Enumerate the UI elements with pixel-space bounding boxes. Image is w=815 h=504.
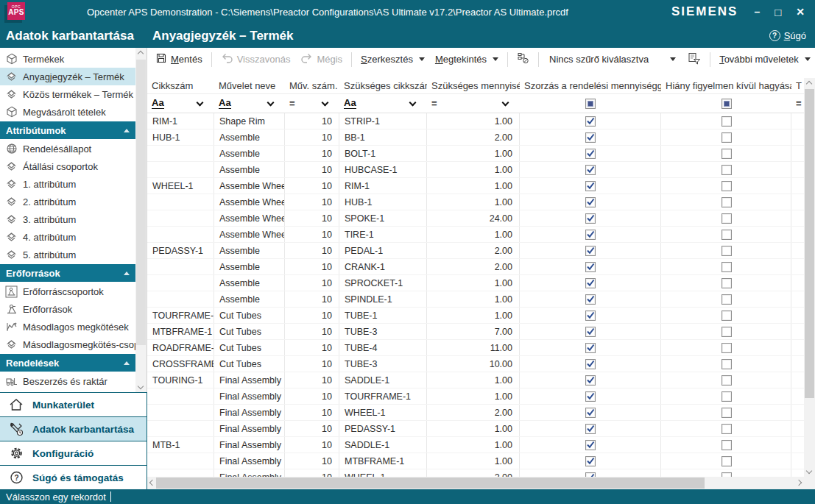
table-row[interactable]: CROSSFRAME-1Cut Tubes10TUBE-310.00 — [147, 356, 804, 372]
checkbox-checked[interactable] — [520, 453, 661, 469]
sidebar-section-header[interactable]: Rendelések — [0, 354, 135, 372]
sidebar-item[interactable]: Beszerzés és raktár — [0, 372, 135, 390]
filter-cell[interactable]: Aa — [147, 94, 214, 113]
sidebar-item[interactable] — [0, 390, 135, 392]
sidebar-item[interactable]: 5. attribútum — [0, 246, 135, 263]
table-row[interactable]: Final Assembly10TOURFRAME-11.00 — [147, 388, 804, 405]
checkbox-unchecked[interactable] — [661, 162, 791, 177]
table-row[interactable]: Assemble10HUBCASE-11.00 — [147, 162, 804, 178]
filter-cell[interactable]: = — [285, 94, 339, 113]
table-row[interactable]: Final Assembly10MTBFRAME-11.00 — [147, 453, 804, 469]
checkbox-unchecked[interactable] — [661, 372, 791, 388]
checkbox-unchecked[interactable] — [661, 113, 791, 129]
checkbox-checked[interactable] — [520, 421, 661, 436]
horizontal-scrollbar[interactable] — [147, 477, 804, 489]
table-row[interactable]: PEDASSY-1Assemble10PEDAL-12.00 — [147, 243, 804, 259]
checkbox-checked[interactable] — [520, 129, 661, 145]
nav-item-help[interactable]: ?Súgó és támogatás — [0, 465, 147, 489]
table-row[interactable]: Assemble Wheel10TIRE-11.00 — [147, 227, 804, 243]
column-header[interactable]: T — [791, 78, 804, 93]
table-row[interactable]: MTB-1Final Assembly10SADDLE-11.00 — [147, 437, 804, 453]
redo-button[interactable]: Mégis — [297, 51, 345, 68]
sidebar-item[interactable]: Termékek — [0, 50, 135, 68]
checkbox-unchecked[interactable] — [661, 146, 791, 161]
checkbox-checked[interactable] — [520, 162, 661, 177]
checkbox-checked[interactable] — [520, 259, 661, 274]
sidebar-item[interactable]: Másodlagosmegkötés-csopor — [0, 336, 135, 353]
help-button[interactable]: ? Súgó — [769, 30, 815, 41]
filter-cell[interactable]: = — [427, 94, 520, 113]
checkbox-checked[interactable] — [520, 194, 661, 210]
sidebar-item[interactable]: Erőforráscsoportok — [0, 283, 135, 300]
indeterminate-checkbox[interactable] — [585, 99, 596, 109]
nav-item-home[interactable]: Munkaterület — [0, 392, 147, 416]
checkbox-unchecked[interactable] — [661, 275, 791, 291]
checkbox-unchecked[interactable] — [661, 308, 791, 323]
clear-filter-button[interactable] — [514, 50, 532, 68]
scroll-up-icon[interactable] — [138, 51, 144, 57]
filter-select-dropdown[interactable]: Nincs szűrő kiválasztva — [545, 52, 680, 67]
table-row[interactable]: TOURFRAME-1Cut Tubes10TUBE-11.00 — [147, 308, 804, 324]
sidebar-item[interactable]: Közös termékek – Termék — [0, 85, 135, 103]
table-row[interactable]: Assemble10SPINDLE-11.00 — [147, 291, 804, 308]
checkbox-unchecked[interactable] — [661, 437, 791, 452]
checkbox-unchecked[interactable] — [661, 227, 791, 242]
checkbox-unchecked[interactable] — [661, 243, 791, 258]
checkbox-unchecked[interactable] — [661, 129, 791, 145]
view-menu-button[interactable]: Megtekintés — [432, 52, 501, 67]
filter-cell[interactable] — [661, 94, 791, 113]
sidebar-item[interactable]: 3. attribútum — [0, 210, 135, 228]
sidebar-scroll-thumb[interactable] — [136, 60, 146, 345]
table-row[interactable]: Final Assembly10WHEEL-12.00 — [147, 405, 804, 421]
sidebar-item[interactable]: Erőforrások — [0, 300, 135, 318]
column-header[interactable]: Művelet neve — [214, 78, 285, 93]
checkbox-checked[interactable] — [520, 340, 661, 355]
checkbox-unchecked[interactable] — [661, 453, 791, 469]
checkbox-unchecked[interactable] — [661, 388, 791, 404]
table-row[interactable]: ROADFRAME-1Cut Tubes10TUBE-411.00 — [147, 340, 804, 356]
checkbox-checked[interactable] — [520, 437, 661, 452]
column-header[interactable]: Szükséges cikkszám — [339, 78, 427, 93]
sidebar-item[interactable]: Anyagjegyzék – Termék — [0, 68, 135, 85]
checkbox-unchecked[interactable] — [661, 194, 791, 210]
table-row[interactable]: Assemble10BOLT-11.00 — [147, 146, 804, 162]
table-row[interactable]: Assemble10SPROCKET-11.00 — [147, 275, 804, 291]
horizontal-scroll-thumb[interactable] — [156, 478, 705, 489]
table-row[interactable]: Final Assembly10WHEEL-12.00 — [147, 469, 804, 477]
sidebar-item[interactable]: 4. attribútum — [0, 228, 135, 246]
sidebar-item[interactable]: Másodlagos megkötések — [0, 318, 135, 336]
maximize-button[interactable]: □ — [775, 7, 781, 18]
close-button[interactable]: ✕ — [796, 7, 805, 17]
checkbox-unchecked[interactable] — [661, 469, 791, 477]
filter-editor-button[interactable] — [685, 50, 704, 69]
checkbox-checked[interactable] — [520, 113, 661, 129]
checkbox-unchecked[interactable] — [661, 421, 791, 436]
sidebar-item[interactable]: 2. attribútum — [0, 193, 135, 210]
table-row[interactable]: MTBFRAME-1Cut Tubes10TUBE-37.00 — [147, 324, 804, 340]
sidebar-scrollbar[interactable] — [135, 48, 147, 392]
checkbox-unchecked[interactable] — [661, 210, 791, 226]
checkbox-unchecked[interactable] — [661, 178, 791, 194]
checkbox-unchecked[interactable] — [661, 291, 791, 307]
table-row[interactable]: Assemble10CRANK-12.00 — [147, 259, 804, 275]
vertical-scroll-thumb[interactable] — [805, 89, 814, 398]
table-row[interactable]: WHEEL-1Assemble Wheel10RIM-11.00 — [147, 178, 804, 194]
column-header[interactable]: Szükséges mennyiség — [427, 78, 520, 93]
indeterminate-checkbox[interactable] — [721, 99, 732, 109]
sidebar-item[interactable]: Rendelésállapot — [0, 140, 135, 157]
checkbox-checked[interactable] — [520, 469, 661, 477]
scroll-down-icon[interactable] — [806, 468, 812, 474]
table-row[interactable]: Final Assembly10PEDASSY-11.00 — [147, 421, 804, 437]
sidebar-item[interactable]: 1. attribútum — [0, 175, 135, 193]
nav-item-tools[interactable]: Adatok karbantartása — [0, 416, 147, 441]
column-header[interactable]: Műv. szám. — [285, 78, 339, 93]
table-row[interactable]: Assemble Wheel10SPOKE-124.00 — [147, 210, 804, 227]
checkbox-checked[interactable] — [520, 243, 661, 258]
column-header[interactable]: Hiány figyelmen kívül hagyása — [661, 78, 791, 93]
checkbox-checked[interactable] — [520, 372, 661, 388]
checkbox-checked[interactable] — [520, 324, 661, 339]
scroll-up-icon[interactable] — [806, 81, 812, 87]
edit-menu-button[interactable]: Szerkesztés — [358, 52, 428, 67]
checkbox-checked[interactable] — [520, 210, 661, 226]
scroll-down-icon[interactable] — [138, 383, 144, 389]
